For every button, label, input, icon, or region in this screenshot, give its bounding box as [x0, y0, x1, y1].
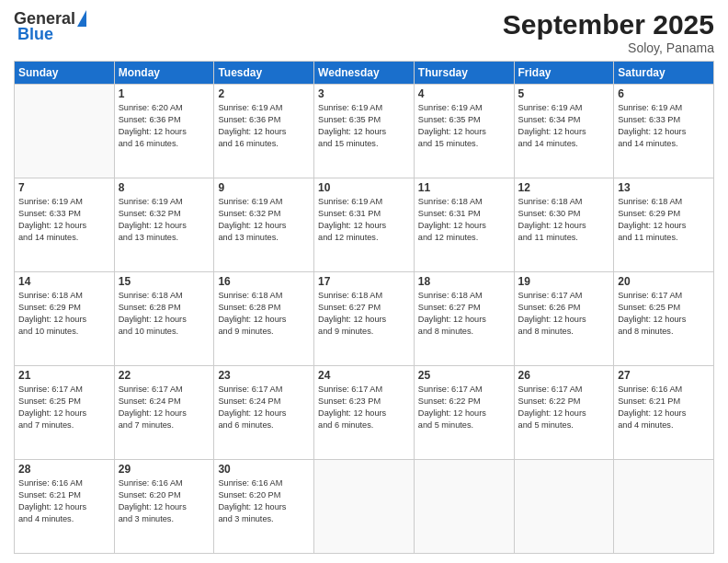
table-row: 19Sunrise: 6:17 AM Sunset: 6:26 PM Dayli…: [514, 272, 614, 366]
day-info: Sunrise: 6:17 AM Sunset: 6:25 PM Dayligh…: [18, 384, 110, 431]
day-number: 22: [119, 369, 210, 382]
table-row: 12Sunrise: 6:18 AM Sunset: 6:30 PM Dayli…: [514, 178, 614, 272]
location: Soloy, Panama: [503, 40, 714, 55]
day-number: 5: [518, 87, 610, 100]
title-block: September 2025 Soloy, Panama: [503, 9, 714, 55]
table-row: 9Sunrise: 6:19 AM Sunset: 6:32 PM Daylig…: [214, 178, 314, 272]
day-number: 26: [518, 369, 610, 382]
table-row: 7Sunrise: 6:19 AM Sunset: 6:33 PM Daylig…: [15, 178, 115, 272]
calendar-page: General Blue September 2025 Soloy, Panam…: [0, 0, 728, 563]
day-info: Sunrise: 6:17 AM Sunset: 6:23 PM Dayligh…: [318, 384, 410, 431]
day-info: Sunrise: 6:18 AM Sunset: 6:28 PM Dayligh…: [218, 290, 310, 338]
day-info: Sunrise: 6:17 AM Sunset: 6:24 PM Dayligh…: [218, 384, 310, 431]
table-row: 27Sunrise: 6:16 AM Sunset: 6:21 PM Dayli…: [614, 366, 714, 460]
table-row: 29Sunrise: 6:16 AM Sunset: 6:20 PM Dayli…: [114, 460, 214, 554]
header-sunday: Sunday: [15, 62, 115, 85]
day-info: Sunrise: 6:19 AM Sunset: 6:36 PM Dayligh…: [218, 102, 310, 150]
table-row: 11Sunrise: 6:18 AM Sunset: 6:31 PM Dayli…: [414, 178, 514, 272]
day-info: Sunrise: 6:17 AM Sunset: 6:22 PM Dayligh…: [518, 384, 610, 431]
table-row: 28Sunrise: 6:16 AM Sunset: 6:21 PM Dayli…: [15, 460, 115, 554]
day-number: 30: [218, 463, 310, 476]
logo: General Blue: [14, 9, 86, 44]
table-row: 8Sunrise: 6:19 AM Sunset: 6:32 PM Daylig…: [114, 178, 214, 272]
day-info: Sunrise: 6:19 AM Sunset: 6:33 PM Dayligh…: [618, 102, 710, 150]
table-row: 4Sunrise: 6:19 AM Sunset: 6:35 PM Daylig…: [414, 85, 514, 178]
day-info: Sunrise: 6:18 AM Sunset: 6:28 PM Dayligh…: [119, 290, 210, 338]
header-thursday: Thursday: [414, 62, 514, 85]
day-number: 10: [318, 181, 410, 194]
day-number: 9: [218, 181, 310, 194]
table-row: 22Sunrise: 6:17 AM Sunset: 6:24 PM Dayli…: [114, 366, 214, 460]
month-title: September 2025: [503, 9, 714, 40]
table-row: 16Sunrise: 6:18 AM Sunset: 6:28 PM Dayli…: [214, 272, 314, 366]
table-row: 26Sunrise: 6:17 AM Sunset: 6:22 PM Dayli…: [514, 366, 614, 460]
table-row: 30Sunrise: 6:16 AM Sunset: 6:20 PM Dayli…: [214, 460, 314, 554]
day-number: 11: [418, 181, 510, 194]
day-info: Sunrise: 6:18 AM Sunset: 6:27 PM Dayligh…: [318, 290, 410, 338]
day-info: Sunrise: 6:19 AM Sunset: 6:34 PM Dayligh…: [518, 102, 610, 150]
day-number: 20: [618, 275, 710, 288]
day-number: 6: [618, 87, 710, 100]
day-number: 2: [218, 87, 310, 100]
table-row: 13Sunrise: 6:18 AM Sunset: 6:29 PM Dayli…: [614, 178, 714, 272]
logo-icon: [77, 10, 86, 27]
table-row: [15, 85, 115, 178]
day-number: 27: [618, 369, 710, 382]
day-info: Sunrise: 6:19 AM Sunset: 6:32 PM Dayligh…: [119, 196, 210, 244]
header-tuesday: Tuesday: [214, 62, 314, 85]
table-row: 23Sunrise: 6:17 AM Sunset: 6:24 PM Dayli…: [214, 366, 314, 460]
day-info: Sunrise: 6:19 AM Sunset: 6:32 PM Dayligh…: [218, 196, 310, 244]
day-info: Sunrise: 6:16 AM Sunset: 6:21 PM Dayligh…: [618, 384, 710, 431]
day-info: Sunrise: 6:18 AM Sunset: 6:31 PM Dayligh…: [418, 196, 510, 244]
table-row: 21Sunrise: 6:17 AM Sunset: 6:25 PM Dayli…: [15, 366, 115, 460]
day-number: 3: [318, 87, 410, 100]
day-number: 29: [119, 463, 210, 476]
table-row: 14Sunrise: 6:18 AM Sunset: 6:29 PM Dayli…: [15, 272, 115, 366]
header-saturday: Saturday: [614, 62, 714, 85]
day-number: 8: [119, 181, 210, 194]
day-info: Sunrise: 6:16 AM Sunset: 6:20 PM Dayligh…: [119, 477, 210, 525]
table-row: 17Sunrise: 6:18 AM Sunset: 6:27 PM Dayli…: [314, 272, 415, 366]
table-row: 1Sunrise: 6:20 AM Sunset: 6:36 PM Daylig…: [114, 85, 214, 178]
day-info: Sunrise: 6:19 AM Sunset: 6:31 PM Dayligh…: [318, 196, 410, 244]
table-row: [314, 460, 415, 554]
day-number: 21: [18, 369, 110, 382]
table-row: [514, 460, 614, 554]
table-row: 6Sunrise: 6:19 AM Sunset: 6:33 PM Daylig…: [614, 85, 714, 178]
day-info: Sunrise: 6:17 AM Sunset: 6:22 PM Dayligh…: [418, 384, 510, 431]
day-info: Sunrise: 6:18 AM Sunset: 6:30 PM Dayligh…: [518, 196, 610, 244]
day-number: 19: [518, 275, 610, 288]
day-number: 25: [418, 369, 510, 382]
day-info: Sunrise: 6:17 AM Sunset: 6:26 PM Dayligh…: [518, 290, 610, 338]
day-number: 23: [218, 369, 310, 382]
table-row: 15Sunrise: 6:18 AM Sunset: 6:28 PM Dayli…: [114, 272, 214, 366]
table-row: [414, 460, 514, 554]
table-row: 24Sunrise: 6:17 AM Sunset: 6:23 PM Dayli…: [314, 366, 415, 460]
day-info: Sunrise: 6:20 AM Sunset: 6:36 PM Dayligh…: [119, 102, 210, 150]
table-row: 25Sunrise: 6:17 AM Sunset: 6:22 PM Dayli…: [414, 366, 514, 460]
day-info: Sunrise: 6:16 AM Sunset: 6:21 PM Dayligh…: [18, 477, 110, 525]
header-friday: Friday: [514, 62, 614, 85]
day-number: 14: [18, 275, 110, 288]
day-number: 17: [318, 275, 410, 288]
day-number: 28: [18, 463, 110, 476]
day-number: 7: [18, 181, 110, 194]
day-info: Sunrise: 6:16 AM Sunset: 6:20 PM Dayligh…: [218, 477, 310, 525]
day-number: 12: [518, 181, 610, 194]
table-row: [614, 460, 714, 554]
table-row: 20Sunrise: 6:17 AM Sunset: 6:25 PM Dayli…: [614, 272, 714, 366]
weekday-header-row: Sunday Monday Tuesday Wednesday Thursday…: [15, 62, 714, 85]
day-info: Sunrise: 6:19 AM Sunset: 6:33 PM Dayligh…: [18, 196, 110, 244]
table-row: 5Sunrise: 6:19 AM Sunset: 6:34 PM Daylig…: [514, 85, 614, 178]
calendar-table: Sunday Monday Tuesday Wednesday Thursday…: [14, 61, 714, 554]
day-info: Sunrise: 6:18 AM Sunset: 6:27 PM Dayligh…: [418, 290, 510, 338]
day-number: 24: [318, 369, 410, 382]
logo-blue: Blue: [17, 25, 53, 44]
table-row: 2Sunrise: 6:19 AM Sunset: 6:36 PM Daylig…: [214, 85, 314, 178]
header-monday: Monday: [114, 62, 214, 85]
day-info: Sunrise: 6:18 AM Sunset: 6:29 PM Dayligh…: [18, 290, 110, 338]
table-row: 10Sunrise: 6:19 AM Sunset: 6:31 PM Dayli…: [314, 178, 415, 272]
day-info: Sunrise: 6:17 AM Sunset: 6:25 PM Dayligh…: [618, 290, 710, 338]
header-wednesday: Wednesday: [314, 62, 415, 85]
day-number: 1: [119, 87, 210, 100]
